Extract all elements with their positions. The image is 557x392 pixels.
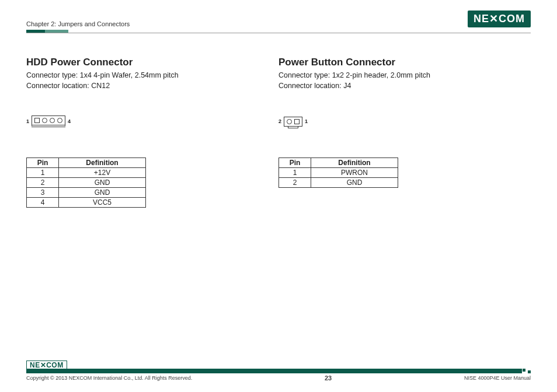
table-row: 4 VCC5 (27, 198, 146, 208)
pwrbtn-pin-table: Pin Definition 1 PWRON 2 GND (278, 158, 398, 188)
page-header: Chapter 2: Jumpers and Connectors NE✕COM (26, 10, 531, 27)
table-header-row: Pin Definition (279, 158, 398, 168)
diagram-pin-1-label: 1 (305, 118, 308, 124)
cell-def: GND (59, 178, 146, 188)
footer-bar (26, 369, 531, 373)
cell-pin: 2 (279, 178, 311, 188)
copyright-text: Copyright © 2013 NEXCOM International Co… (26, 375, 192, 381)
pin-3-circle-icon (50, 118, 55, 123)
cell-pin: 3 (27, 188, 59, 198)
cell-def: VCC5 (59, 198, 146, 208)
cell-def: +12V (59, 168, 146, 178)
diagram-pin-1-label: 1 (26, 118, 29, 124)
pwrbtn-type: Connector type: 1x2 2-pin header, 2.0mm … (278, 71, 531, 81)
pwrbtn-location: Connector location: J4 (278, 81, 531, 92)
header-rule (26, 30, 531, 33)
table-row: 1 +12V (27, 168, 146, 178)
cell-def: GND (311, 178, 398, 188)
cell-pin: 1 (279, 168, 311, 178)
col-pin: Pin (279, 158, 311, 168)
wafer-4pin-diagram: 1 4 (26, 116, 71, 127)
footer-logo-text: NE✕COM (30, 361, 64, 369)
table-row: 3 GND (27, 188, 146, 198)
table-row: 2 GND (27, 178, 146, 188)
cell-def: GND (59, 188, 146, 198)
diagram-pin-2-label: 2 (278, 118, 281, 124)
footer-notch-icon (523, 369, 531, 373)
cell-def: PWRON (311, 168, 398, 178)
hdd-pin-table: Pin Definition 1 +12V 2 GND 3 GND (26, 158, 146, 208)
logo-text: NE✕COM (474, 12, 525, 25)
col-pin: Pin (27, 158, 59, 168)
hdd-diagram: 1 4 (26, 110, 278, 133)
pin-2-circle-icon (287, 119, 292, 124)
left-column: HDD Power Connector Connector type: 1x4 … (26, 57, 278, 208)
pin-2-circle-icon (42, 118, 47, 123)
hdd-type: Connector type: 1x4 4-pin Wafer, 2.54mm … (26, 71, 278, 81)
pwrbtn-title: Power Button Connector (278, 57, 531, 68)
pwrbtn-diagram: 2 1 (278, 110, 531, 133)
page-footer: NE✕COM Copyright © 2013 NEXCOM Internati… (26, 369, 531, 382)
manual-name: NISE 4000P4E User Manual (464, 375, 531, 381)
footer-row: Copyright © 2013 NEXCOM International Co… (26, 374, 531, 382)
wafer-box (32, 116, 65, 127)
table-row: 2 GND (279, 178, 398, 188)
pin-1-square-icon (34, 118, 40, 123)
pin-4-circle-icon (57, 118, 62, 123)
hdd-title: HDD Power Connector (26, 57, 278, 68)
cell-pin: 4 (27, 198, 59, 208)
page-number: 23 (325, 374, 332, 382)
content-columns: HDD Power Connector Connector type: 1x4 … (26, 57, 531, 208)
cell-pin: 2 (27, 178, 59, 188)
table-row: 1 PWRON (279, 168, 398, 178)
col-definition: Definition (311, 158, 398, 168)
chapter-title: Chapter 2: Jumpers and Connectors (26, 20, 130, 27)
pin-1-square-icon (294, 119, 300, 124)
cell-pin: 1 (27, 168, 59, 178)
diagram-pin-4-label: 4 (68, 118, 71, 124)
table-header-row: Pin Definition (27, 158, 146, 168)
col-definition: Definition (59, 158, 146, 168)
nexcom-logo: NE✕COM (468, 10, 531, 27)
right-column: Power Button Connector Connector type: 1… (278, 57, 531, 208)
header-box (284, 117, 302, 127)
hdd-location: Connector location: CN12 (26, 81, 278, 92)
header-2pin-diagram: 2 1 (278, 117, 308, 127)
